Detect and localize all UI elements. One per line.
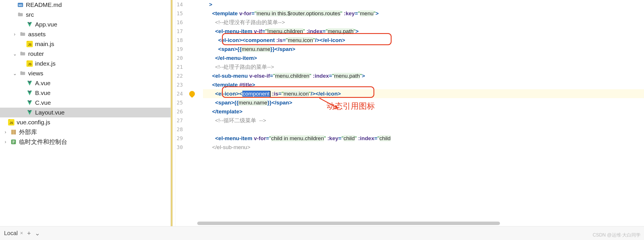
tree-item-label: README.md (26, 1, 62, 8)
terminal-tabs: Local × + ⌄ (0, 226, 644, 240)
tree-item-label: A.vue (35, 80, 51, 87)
code-editor[interactable]: 1415161718192021222324252627282930 > <te… (171, 0, 644, 226)
gutter-icons (187, 0, 197, 226)
tree-item-vue-config-js[interactable]: JSvue.config.js (0, 117, 170, 127)
code-line-16[interactable]: <!--处理没有子路由的菜单--> (203, 18, 644, 27)
horizontal-scrollbar[interactable] (197, 222, 642, 226)
chevron-down-icon[interactable]: ⌄ (12, 51, 17, 57)
code-line-14[interactable]: > (203, 0, 644, 9)
folder-file-icon (20, 31, 26, 37)
tree-item-index-js[interactable]: JSindex.js (0, 59, 170, 68)
folder-file-icon (17, 12, 24, 18)
tree-item-label: assets (28, 31, 46, 38)
tree-item-app-vue[interactable]: App.vue (0, 20, 170, 29)
terminal-tab-local[interactable]: Local (4, 230, 18, 237)
md-file-icon: MD (17, 2, 24, 8)
vue-file-icon (26, 90, 33, 96)
svg-text:MD: MD (19, 4, 22, 7)
tree-item-router[interactable]: ⌄router (0, 49, 170, 59)
tree-item--[interactable]: ›临时文件和控制台 (0, 137, 170, 147)
code-line-15[interactable]: <template v-for="menu in this.$router.op… (203, 9, 644, 18)
svg-text:JS: JS (10, 121, 14, 125)
tree-item-label: index.js (35, 60, 55, 67)
code-line-21[interactable]: <!--处理子路由的菜单--> (203, 62, 644, 71)
tree-item-label: 临时文件和控制台 (19, 138, 67, 146)
js-file-icon: JS (8, 119, 14, 125)
folder-file-icon (20, 51, 26, 57)
vue-file-icon (26, 80, 33, 86)
tree-item-layout-vue[interactable]: Layout.vue (0, 108, 170, 117)
code-line-29[interactable]: <el-menu-item v-for="child in menu.child… (203, 134, 644, 143)
tree-item-a-vue[interactable]: A.vue (0, 78, 170, 88)
add-tab-icon[interactable]: + (27, 230, 31, 237)
tree-item-label: Layout.vue (35, 109, 65, 116)
scratch-file-icon (10, 139, 17, 145)
code-line-24[interactable]: <el-icon><component :is="menu.icon"/></e… (203, 89, 644, 98)
code-line-30[interactable]: </el-sub-menu> (203, 143, 644, 152)
tree-item-label: App.vue (35, 21, 57, 28)
svg-text:JS: JS (28, 43, 32, 46)
svg-rect-9 (13, 130, 14, 135)
code-line-26[interactable]: </template> (203, 107, 644, 116)
chevron-right-icon[interactable]: › (3, 139, 8, 144)
tree-item-views[interactable]: ⌄views (0, 68, 170, 78)
tree-item-src[interactable]: src (0, 10, 170, 20)
chevron-down-icon[interactable]: ⌄ (12, 71, 17, 76)
vcs-change-stripe (171, 0, 172, 226)
tree-item-label: src (26, 11, 34, 18)
tree-item-label: 外部库 (19, 128, 37, 136)
tab-menu-icon[interactable]: ⌄ (35, 230, 40, 237)
svg-text:JS: JS (28, 63, 32, 66)
svg-rect-10 (15, 130, 16, 135)
code-content[interactable]: > <template v-for="menu in this.$router.… (197, 0, 644, 157)
tree-item-label: main.js (35, 41, 54, 47)
chevron-right-icon[interactable]: › (3, 129, 8, 135)
code-line-18[interactable]: <el-icon><component :is="menu.icon"/></e… (203, 36, 644, 45)
tree-item-readme-md[interactable]: MDREADME.md (0, 0, 170, 10)
code-line-23[interactable]: <template #title> (203, 80, 644, 89)
chevron-right-icon[interactable]: › (12, 32, 17, 37)
tree-item-label: B.vue (35, 89, 51, 96)
code-line-25[interactable]: <span>{{menu.name}}</span> (203, 98, 644, 107)
intention-bulb-icon[interactable] (187, 89, 197, 98)
js-file-icon: JS (26, 41, 33, 47)
watermark: CSDN @运维·大白同学 (593, 232, 641, 238)
tree-item--[interactable]: ›外部库 (0, 127, 170, 137)
tree-item-label: vue.config.js (17, 119, 50, 126)
vue-file-icon (26, 21, 33, 28)
close-tab-icon[interactable]: × (20, 230, 23, 236)
annotation-text: 动态引用图标 (327, 101, 375, 112)
vue-file-icon (26, 100, 33, 106)
tree-item-c-vue[interactable]: C.vue (0, 98, 170, 108)
code-line-22[interactable]: <el-sub-menu v-else-if="menu.children" :… (203, 71, 644, 80)
tree-item-assets[interactable]: ›assets (0, 29, 170, 39)
code-line-27[interactable]: <!--循环二级菜单 --> (203, 116, 644, 125)
tree-item-label: C.vue (35, 99, 51, 106)
tree-item-label: views (28, 70, 43, 77)
vue-file-icon (26, 109, 33, 116)
code-line-17[interactable]: <el-menu-item v-if="!menu.children" :ind… (203, 27, 644, 36)
lib-file-icon (10, 129, 17, 135)
code-line-20[interactable]: </el-menu-item> (203, 54, 644, 62)
js-file-icon: JS (26, 60, 33, 67)
tree-item-label: router (28, 50, 44, 57)
code-line-19[interactable]: <span>{{menu.name}}</span> (203, 45, 644, 54)
code-line-28[interactable] (203, 125, 644, 134)
svg-rect-8 (12, 130, 13, 135)
folder-file-icon (20, 70, 26, 77)
tree-item-main-js[interactable]: JSmain.js (0, 39, 170, 49)
tree-item-b-vue[interactable]: B.vue (0, 88, 170, 98)
file-tree[interactable]: MDREADME.mdsrcApp.vue›assetsJSmain.js⌄ro… (0, 0, 171, 226)
